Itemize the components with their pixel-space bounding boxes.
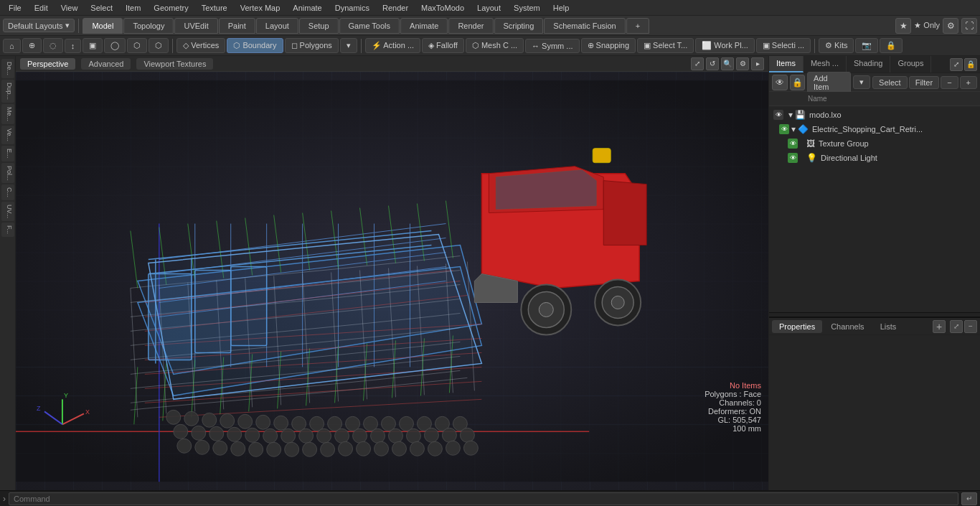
maximize-icon[interactable]: ⤢ — [691, 57, 704, 70]
left-btn-de[interactable]: De... — [1, 59, 14, 78]
menu-vertexmap[interactable]: Vertex Map — [235, 2, 286, 14]
menu-layout[interactable]: Layout — [471, 2, 507, 14]
vis-eye4[interactable]: 👁 — [788, 153, 798, 163]
toolbar-edge[interactable]: ⬡ — [149, 38, 169, 53]
toolbar-symmetry[interactable]: ↔ Symm ... — [525, 39, 579, 53]
tab-paint[interactable]: Paint — [219, 18, 255, 34]
filter-btn[interactable]: Filter — [909, 76, 939, 89]
toolbar-cam[interactable]: 📷 — [855, 38, 878, 53]
settings-icon[interactable]: ⚙ — [943, 18, 958, 34]
tab-lists[interactable]: Lists — [873, 320, 904, 333]
tab-properties[interactable]: Properties — [772, 320, 822, 333]
toolbar-mesh[interactable]: ⬡ Mesh C ... — [466, 38, 524, 53]
tab-items[interactable]: Items — [769, 56, 804, 72]
menu-edit[interactable]: Edit — [29, 2, 54, 14]
menu-item[interactable]: Item — [120, 2, 146, 14]
vis-eye2[interactable]: 👁 — [779, 124, 789, 134]
tab-gametools[interactable]: Game Tools — [339, 18, 400, 34]
menu-maxtomodo[interactable]: MaxToModo — [415, 2, 470, 14]
tab-shading[interactable]: Shading — [847, 56, 890, 72]
cmd-arrow[interactable]: › — [3, 494, 6, 504]
vp-tab-textures[interactable]: Viewport Textures — [136, 58, 213, 70]
left-btn-pol[interactable]: Pol... — [1, 163, 14, 184]
cmd-enter-btn[interactable]: ↵ — [961, 492, 977, 505]
tab-uvedit[interactable]: UVEdit — [174, 18, 217, 34]
left-btn-dup[interactable]: Dup... — [1, 80, 14, 103]
tab-setup[interactable]: Setup — [299, 18, 339, 34]
list-item[interactable]: 👁 ▾ 💾 modo.lxo — [771, 108, 979, 122]
vis-toggle[interactable]: 👁 — [772, 75, 788, 90]
list-item[interactable]: 👁 ▾ 💡 Directional Light — [771, 151, 979, 165]
toolbar-circle[interactable]: ◯ — [104, 38, 126, 53]
minus-btn[interactable]: − — [941, 76, 958, 89]
layout-dropdown[interactable]: Default Layouts ▾ — [3, 19, 75, 32]
tab-scripting[interactable]: Scripting — [494, 18, 544, 34]
play-icon[interactable]: ▸ — [751, 57, 764, 70]
plus-btn[interactable]: + — [960, 76, 977, 89]
lock2-icon[interactable]: 🔒 — [790, 75, 806, 90]
toolbar-lock[interactable]: 🔒 — [880, 38, 903, 53]
viewport[interactable]: Perspective Advanced Viewport Textures ⤢… — [16, 56, 768, 490]
tab-model[interactable]: Model — [83, 18, 123, 34]
vp-tab-perspective[interactable]: Perspective — [20, 58, 75, 70]
reset-icon[interactable]: ↺ — [706, 57, 719, 70]
list-item[interactable]: 👁 ▾ 🔷 Electric_Shopping_Cart_Retri... — [771, 122, 979, 136]
left-btn-ve[interactable]: Ve... — [1, 126, 14, 144]
collapse-panel-icon[interactable]: − — [964, 320, 977, 333]
tab-add[interactable]: + — [626, 18, 649, 34]
scene-canvas[interactable]: X Y Z No Items Polygons : Face Channels:… — [16, 72, 768, 490]
left-btn-f[interactable]: F... — [1, 222, 14, 237]
left-btn-me[interactable]: Me... — [1, 104, 14, 124]
tab-mesh[interactable]: Mesh ... — [804, 56, 847, 72]
tab-groups[interactable]: Groups — [890, 56, 931, 72]
menu-render[interactable]: Render — [377, 2, 414, 14]
vis-eye3[interactable]: 👁 — [788, 139, 798, 149]
add-item-btn[interactable]: Add Item — [807, 72, 851, 93]
add-item-dropdown[interactable]: ▾ — [853, 75, 870, 89]
toolbar-selecttype[interactable]: ▣ Select T... — [637, 38, 694, 53]
command-input[interactable] — [9, 492, 958, 505]
toolbar-falloff[interactable]: ◈ Falloff — [422, 38, 464, 53]
toolbar-home[interactable]: ⌂ — [3, 39, 21, 53]
menu-system[interactable]: System — [508, 2, 546, 14]
tab-channels[interactable]: Channels — [824, 320, 871, 333]
menu-dynamics[interactable]: Dynamics — [329, 2, 375, 14]
toolbar-globe[interactable]: ⊕ — [22, 38, 42, 53]
left-btn-uv[interactable]: UV... — [1, 202, 14, 221]
left-btn-e[interactable]: E... — [1, 146, 14, 161]
toolbar-lasso[interactable]: ◌ — [43, 38, 63, 53]
list-item[interactable]: 👁 ▾ 🖼 Texture Group — [771, 136, 979, 151]
items-scrollbar[interactable] — [769, 312, 980, 317]
toolbar-polygon-sel[interactable]: ⬡ — [127, 38, 147, 53]
left-btn-c[interactable]: C... — [1, 184, 14, 200]
toolbar-boundary[interactable]: ⬡ Boundary — [227, 38, 283, 53]
tab-layout[interactable]: Layout — [256, 18, 298, 34]
menu-help[interactable]: Help — [547, 2, 575, 14]
vis-eye[interactable]: 👁 — [773, 110, 783, 120]
vp-tab-advanced[interactable]: Advanced — [81, 58, 131, 70]
toolbar-polygons[interactable]: ◻ Polygons — [285, 38, 339, 53]
fullscreen-icon[interactable]: ⛶ — [961, 18, 977, 34]
menu-texture[interactable]: Texture — [196, 2, 233, 14]
menu-view[interactable]: View — [55, 2, 84, 14]
lock-icon[interactable]: 🔒 — [964, 58, 977, 71]
tab-schematic[interactable]: Schematic Fusion — [544, 18, 625, 34]
settings2-icon[interactable]: ⚙ — [736, 57, 749, 70]
tab-render[interactable]: Render — [448, 18, 493, 34]
toolbar-kits[interactable]: ⚙ Kits — [819, 38, 854, 53]
add-prop-btn[interactable]: + — [933, 320, 946, 333]
tab-topology[interactable]: Topology — [123, 18, 174, 34]
menu-animate[interactable]: Animate — [287, 2, 327, 14]
toolbar-rect[interactable]: ▣ — [83, 38, 103, 53]
toolbar-more[interactable]: ▾ — [340, 38, 357, 53]
menu-geometry[interactable]: Geometry — [148, 2, 194, 14]
toolbar-vertices[interactable]: ◇ Vertices — [176, 38, 225, 53]
toolbar-snapping[interactable]: ⊕ Snapping — [581, 38, 636, 53]
tab-animate[interactable]: Animate — [400, 18, 448, 34]
expand-panel-icon[interactable]: ⤢ — [950, 320, 963, 333]
toolbar-selecti[interactable]: ▣ Selecti ... — [756, 38, 811, 53]
menu-select[interactable]: Select — [85, 2, 118, 14]
search-icon[interactable]: 🔍 — [721, 57, 734, 70]
expand-right-icon[interactable]: ⤢ — [950, 58, 963, 71]
toolbar-workplane[interactable]: ⬜ Work Pl... — [695, 38, 755, 53]
